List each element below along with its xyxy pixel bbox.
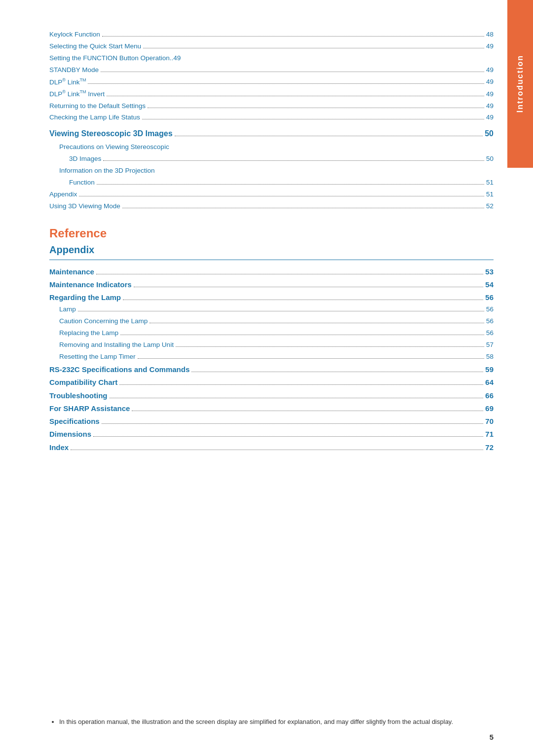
toc-viewing-heading[interactable]: Viewing Stereoscopic 3D Images 50 [49, 128, 494, 140]
toc-link[interactable]: For SHARP Assistance [49, 403, 130, 414]
toc-page: 49 [486, 113, 494, 123]
toc-link[interactable]: RS-232C Specifications and Commands [49, 364, 190, 375]
toc-page: 66 [485, 390, 494, 401]
toc-item-standby: STANDBY Mode 49 [49, 65, 494, 76]
toc-item-using-3d: Using 3D Viewing Mode 52 [49, 201, 494, 212]
toc-link[interactable]: DLP® LinkTM [49, 77, 86, 87]
toc-link[interactable]: Maintenance Indicators [49, 279, 132, 290]
toc-item-dimensions: Dimensions 71 [49, 428, 494, 440]
toc-item-resetting-timer: Resetting the Lamp Timer 58 [49, 352, 494, 362]
toc-page: 59 [485, 364, 494, 375]
toc-item-rs232c: RS-232C Specifications and Commands 59 [49, 364, 494, 375]
toc-link[interactable]: Precautions on Viewing Stereoscopic [59, 142, 169, 152]
toc-item-precautions: Precautions on Viewing Stereoscopic [49, 142, 494, 152]
toc-page: 49 [486, 89, 494, 100]
toc-top-section: Keylock Function 48 Selecting the Quick … [49, 30, 494, 123]
toc-dots [102, 423, 484, 424]
toc-link[interactable]: Resetting the Lamp Timer [59, 352, 136, 362]
toc-item-dlp-link-invert: DLP® LinkTM Invert 49 [49, 89, 494, 99]
toc-dots [176, 346, 484, 347]
toc-link[interactable]: Selecting the Quick Start Menu [49, 41, 141, 52]
toc-link[interactable]: Removing and Installing the Lamp Unit [59, 340, 174, 350]
toc-link[interactable]: Viewing Stereoscopic 3D Images [49, 128, 173, 140]
toc-item-lamp: Lamp 56 [49, 304, 494, 315]
toc-link[interactable]: Caution Concerning the Lamp [59, 316, 148, 327]
toc-link[interactable]: Setting the FUNCTION Button Operation.. [49, 53, 173, 64]
toc-link[interactable]: Appendix [49, 189, 77, 200]
reference-heading: Reference [49, 227, 494, 240]
toc-item-dlp-link: DLP® LinkTM 49 [49, 77, 494, 87]
toc-page: 49 [486, 101, 494, 112]
toc-dots [143, 48, 484, 48]
sidebar-label: Introduction [516, 55, 525, 113]
toc-link[interactable]: Regarding the Lamp [49, 292, 121, 303]
toc-page: 71 [485, 428, 494, 440]
toc-item-regarding-lamp: Regarding the Lamp 56 [49, 292, 494, 303]
reference-section: Reference Appendix Maintenance 53 Mainte… [49, 227, 494, 453]
toc-page: 51 [486, 189, 494, 200]
toc-link[interactable]: Information on the 3D Projection [59, 166, 155, 176]
toc-dots [88, 83, 484, 84]
footer-note: In this operation manual, the illustrati… [49, 717, 494, 727]
toc-page: 54 [485, 279, 494, 290]
toc-page: 69 [485, 403, 494, 414]
toc-link[interactable]: 3D Images [69, 154, 101, 164]
toc-link[interactable]: Dimensions [49, 428, 91, 440]
toc-item-function-btn: Setting the FUNCTION Button Operation.. … [49, 53, 494, 64]
toc-link[interactable]: DLP® LinkTM Invert [49, 89, 105, 99]
toc-link[interactable]: Returning to the Default Settings [49, 101, 146, 112]
toc-page: 49 [173, 53, 181, 64]
toc-dots [79, 196, 484, 196]
toc-page: 72 [485, 442, 494, 453]
toc-link[interactable]: STANDBY Mode [49, 65, 99, 76]
toc-link[interactable]: Specifications [49, 416, 100, 427]
toc-link[interactable]: Maintenance [49, 266, 94, 277]
toc-page: 49 [486, 41, 494, 52]
toc-page: 51 [486, 178, 494, 188]
toc-item-appendix-top: Appendix 51 [49, 189, 494, 200]
toc-page: 57 [486, 340, 494, 350]
toc-link[interactable]: Compatibility Chart [49, 377, 117, 388]
toc-page: 64 [485, 377, 494, 388]
toc-link[interactable]: Replacing the Lamp [59, 328, 118, 339]
toc-item-specifications: Specifications 70 [49, 416, 494, 427]
toc-page: 50 [486, 154, 494, 164]
toc-page: 58 [486, 352, 494, 362]
toc-page: 53 [485, 266, 494, 277]
toc-link[interactable]: Index [49, 442, 69, 453]
toc-item-lamp-status: Checking the Lamp Life Status 49 [49, 113, 494, 123]
toc-dots [96, 274, 483, 274]
toc-dots [97, 184, 484, 185]
toc-item-function: Function 51 [49, 178, 494, 188]
appendix-heading: Appendix [49, 244, 494, 256]
page-number: 5 [490, 733, 494, 741]
page-container: Introduction Keylock Function 48 Selecti… [0, 0, 533, 756]
toc-dots [138, 358, 484, 359]
toc-dots [93, 436, 483, 437]
toc-page: 56 [486, 328, 494, 339]
toc-dots [191, 372, 483, 372]
toc-item-default-settings: Returning to the Default Settings 49 [49, 101, 494, 112]
toc-page: 70 [485, 416, 494, 427]
section-divider [49, 260, 494, 260]
toc-link[interactable]: Checking the Lamp Life Status [49, 113, 140, 123]
toc-dots [120, 335, 484, 335]
toc-dots [103, 160, 484, 161]
toc-dots [134, 287, 484, 287]
toc-item-compat-chart: Compatibility Chart 64 [49, 377, 494, 388]
toc-link[interactable]: Troubleshooting [49, 390, 108, 401]
toc-dots [123, 300, 483, 300]
toc-item-maint-indicators: Maintenance Indicators 54 [49, 279, 494, 290]
toc-link[interactable]: Lamp [59, 304, 76, 315]
toc-dots [150, 323, 484, 323]
toc-item-3d-images: 3D Images 50 [49, 154, 494, 164]
toc-dots [175, 136, 483, 136]
toc-link[interactable]: Using 3D Viewing Mode [49, 201, 120, 212]
toc-item-info-3d: Information on the 3D Projection [49, 166, 494, 176]
toc-link[interactable]: Keylock Function [49, 30, 100, 40]
appendix-toc: Maintenance 53 Maintenance Indicators 54… [49, 266, 494, 453]
toc-dots [102, 36, 484, 37]
toc-link[interactable]: Function [69, 178, 95, 188]
toc-dots [122, 208, 484, 208]
toc-dots [148, 108, 484, 108]
